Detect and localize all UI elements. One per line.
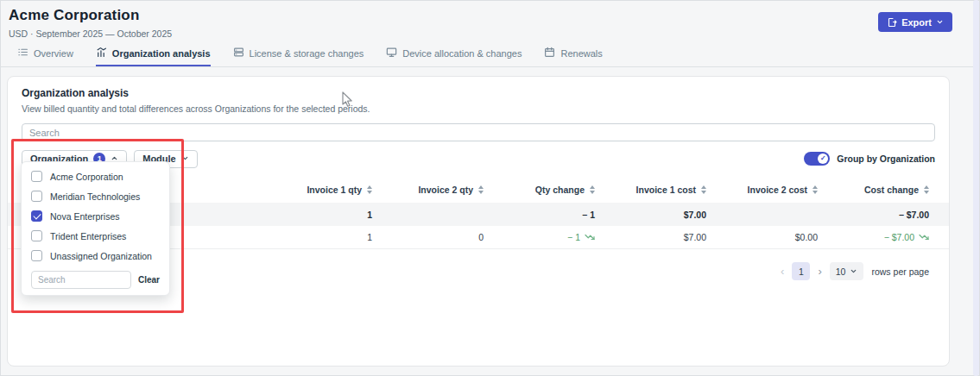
rows-per-page-value: 10: [836, 266, 846, 277]
tab-overview[interactable]: Overview: [17, 43, 73, 66]
checkbox-unchecked[interactable]: [31, 191, 42, 202]
dropdown-search-input[interactable]: [31, 271, 131, 289]
column-label: Qty change: [535, 185, 585, 195]
panel-heading: Organization analysis: [22, 87, 935, 99]
tab-device-allocation-changes[interactable]: Device allocation & changes: [386, 43, 522, 66]
column-header-invoice2-qty[interactable]: Invoice 2 qty: [372, 185, 484, 195]
tab-license-storage-changes[interactable]: License & storage changes: [233, 43, 364, 66]
option-label: Unassigned Organization: [50, 251, 152, 261]
export-button[interactable]: Export: [878, 12, 952, 32]
page-subtitle: USD · September 2025 — October 2025: [9, 28, 172, 39]
dropdown-option-nova-enterprises[interactable]: Nova Enterprises: [22, 206, 169, 226]
column-label: Invoice 1 qty: [307, 185, 362, 195]
dropdown-option-acme-corporation[interactable]: Acme Corporation: [22, 166, 169, 186]
app-window: { "header": { "title": "Acme Corporation…: [0, 0, 980, 376]
column-header-invoice1-qty[interactable]: Invoice 1 qty: [261, 185, 372, 195]
stack-icon: [233, 47, 244, 60]
page-title: Acme Corporation: [9, 7, 172, 24]
bar-chart-icon: [96, 47, 107, 60]
dropdown-clear-button[interactable]: Clear: [138, 275, 160, 285]
rows-per-page-label: rows per page: [871, 266, 929, 277]
group-toggle-label: Group by Organization: [837, 154, 935, 164]
page-header: Acme Corporation USD · September 2025 — …: [0, 0, 980, 41]
monitor-icon: [386, 47, 397, 60]
export-icon: [887, 17, 897, 28]
checkbox-unchecked[interactable]: [31, 171, 42, 182]
option-label: Trident Enterprises: [50, 231, 126, 241]
trending-down-icon: [919, 232, 929, 242]
list-icon: [17, 47, 28, 60]
chevron-down-icon: [850, 266, 857, 277]
scrollbar-track[interactable]: [973, 0, 979, 376]
qty-change-value: − 1: [567, 232, 580, 242]
column-header-qty-change[interactable]: Qty change: [484, 185, 595, 195]
column-label: Cost change: [864, 185, 919, 195]
cell-cost-change: − $7.00: [818, 210, 929, 220]
chevron-down-icon: [936, 18, 944, 26]
column-label: Invoice 2 cost: [748, 185, 807, 195]
column-label: Invoice 1 cost: [636, 185, 696, 195]
tab-bar: Overview Organization analysis License &…: [0, 43, 980, 67]
group-toggle-wrap: ✓ Group by Organization: [804, 152, 935, 166]
tab-label: Organization analysis: [112, 48, 211, 59]
dropdown-option-meridian-technologies[interactable]: Meridian Technologies: [22, 186, 169, 206]
organization-filter-dropdown: Acme Corporation Meridian Technologies N…: [21, 161, 170, 296]
previous-page-icon[interactable]: ‹: [781, 263, 784, 280]
option-label: Meridian Technologies: [50, 191, 140, 202]
tab-label: Device allocation & changes: [402, 48, 522, 59]
cell-qty-change: − 1: [484, 232, 595, 242]
search-input[interactable]: [22, 123, 935, 141]
cell-invoice1-qty: 1: [261, 210, 372, 220]
dropdown-option-trident-enterprises[interactable]: Trident Enterprises: [22, 226, 169, 246]
tab-label: Renewals: [560, 48, 602, 59]
column-label: Invoice 2 qty: [418, 185, 473, 195]
column-header-invoice2-cost[interactable]: Invoice 2 cost: [706, 185, 818, 195]
export-label: Export: [901, 17, 932, 28]
column-header-invoice1-cost[interactable]: Invoice 1 cost: [595, 185, 706, 195]
trending-down-icon: [585, 232, 595, 242]
sort-icon[interactable]: [924, 185, 929, 194]
cell-cost-change: − $7.00: [818, 232, 929, 242]
option-label: Acme Corporation: [50, 172, 123, 182]
tab-label: Overview: [34, 48, 73, 59]
dropdown-option-unassigned-organization[interactable]: Unassigned Organization: [22, 246, 169, 266]
checkbox-unchecked[interactable]: [31, 230, 42, 241]
cell-invoice1-cost: $7.00: [595, 210, 706, 220]
tab-organization-analysis[interactable]: Organization analysis: [96, 43, 211, 66]
calendar-icon: [544, 47, 555, 60]
option-label: Nova Enterprises: [50, 211, 120, 222]
checkbox-unchecked[interactable]: [31, 250, 42, 261]
page-number-button[interactable]: 1: [792, 262, 810, 280]
checkbox-checked[interactable]: [31, 210, 42, 222]
title-block: Acme Corporation USD · September 2025 — …: [9, 7, 172, 39]
cost-change-value: − $7.00: [884, 232, 914, 242]
chevron-down-icon: [181, 154, 189, 164]
group-by-organization-toggle[interactable]: ✓: [804, 152, 830, 166]
cell-invoice2-qty: 0: [372, 232, 484, 242]
toggle-knob-check-icon: ✓: [818, 154, 828, 164]
next-page-icon[interactable]: ›: [818, 263, 821, 280]
tab-renewals[interactable]: Renewals: [544, 43, 602, 66]
column-header-cost-change[interactable]: Cost change: [818, 185, 929, 195]
cell-qty-change: − 1: [484, 210, 595, 220]
cell-invoice1-cost: $7.00: [595, 232, 706, 242]
rows-per-page-select[interactable]: 10: [830, 262, 864, 280]
cell-invoice2-cost: $0.00: [706, 232, 818, 242]
panel-description: View billed quantity and total differenc…: [22, 103, 935, 114]
cell-invoice1-qty: 1: [261, 232, 372, 242]
tab-label: License & storage changes: [250, 48, 364, 59]
dropdown-footer: Clear: [22, 266, 169, 289]
